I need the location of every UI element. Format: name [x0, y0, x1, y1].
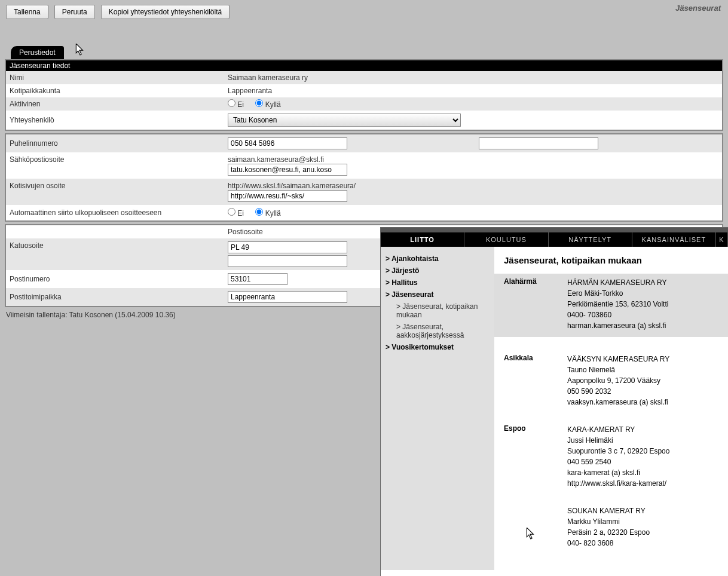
club-line: Eero Mäki-Torkko: [567, 288, 718, 299]
panel-contact: Puhelinnumero Sähköpostiosoite saimaan.k…: [5, 133, 723, 222]
radio-aktiivinen-ei[interactable]: Ei: [228, 100, 244, 109]
toolbar: Tallenna Peruuta Kopioi yhteystiedot yht…: [0, 0, 728, 22]
overlay-title: Jäsenseurat, kotipaikan mukaan: [504, 255, 718, 265]
club-name: VÄÄKSYN KAMERASEURA RY: [567, 354, 718, 364]
overlay-main: Jäsenseurat, kotipaikan mukaan AlahärmäH…: [494, 247, 728, 570]
breadcrumb: Jäsenseurat: [675, 4, 721, 13]
club-line: Suopurontie 3 c 7, 02920 Espoo: [567, 446, 718, 456]
input-katuosoite-2[interactable]: [228, 255, 347, 267]
club-line: Tauno Niemelä: [567, 364, 718, 375]
label-yhteyshenkilo: Yhteyshenkilö: [6, 115, 224, 125]
section-header: Jäsenseuran tiedot: [6, 60, 722, 71]
entry-city: [504, 505, 567, 549]
label-postinumero: Postinumero: [6, 274, 224, 284]
club-line: Perkiömäentie 153, 62310 Voltti: [567, 299, 718, 310]
cancel-button[interactable]: Peruuta: [54, 5, 95, 19]
radio-autosiirto: Ei Kyllä: [224, 207, 722, 219]
sidebar-item[interactable]: > Järjestö: [386, 265, 490, 277]
entry-details: KARA-KAMERAT RYJussi HelimäkiSuopurontie…: [567, 424, 718, 489]
panel-basic: Jäsenseuran tiedot Nimi Saimaan kamerase…: [5, 59, 723, 131]
tab-perustiedot[interactable]: Perustiedot: [11, 46, 64, 59]
radio-autosiirto-ei[interactable]: Ei: [228, 209, 244, 217]
label-katuosoite: Katuosoite: [6, 240, 224, 251]
input-puhelin[interactable]: [228, 137, 347, 149]
club-line: kara-kamerat (a) sksl.fi: [567, 467, 718, 478]
entry-details: VÄÄKSYN KAMERASEURA RYTauno NiemeläAapon…: [567, 354, 718, 408]
radio-aktiivinen: Ei Kyllä: [224, 98, 722, 110]
overlay-content: > Ajankohtaista> Järjestö> Hallitus> Jäs…: [381, 247, 728, 570]
club-line: vaaksyn.kameraseura (a) sksl.fi: [567, 397, 718, 408]
entry-city: Alahärmä: [504, 277, 567, 331]
club-entry: AlahärmäHÄRMÄN KAMERASEURA RYEero Mäki-T…: [494, 274, 728, 337]
club-line: Markku Ylilammi: [567, 516, 718, 527]
select-yhteyshenkilo[interactable]: Tatu Kosonen: [228, 114, 461, 127]
value-kotisivu-static: http://www.sksl.fi/saimaan.kameraseura/: [228, 182, 718, 190]
club-line: 040 559 2540: [567, 456, 718, 467]
entry-details: SOUKAN KAMERAT RYMarkku YlilammiPeräsin …: [567, 505, 718, 549]
blank-label: [6, 231, 224, 233]
club-line: Jussi Helimäki: [567, 435, 718, 446]
menu-liitto[interactable]: LIITTO: [381, 232, 464, 247]
label-autosiirto: Automaattinen siirto ulkopuoliseen osoit…: [6, 207, 224, 218]
menu-nayttelyt[interactable]: NÄYTTELYT: [549, 232, 632, 247]
input-katuosoite-1[interactable]: [228, 241, 347, 253]
entry-city: Espoo: [504, 424, 567, 489]
club-name: SOUKAN KAMERAT RY: [567, 505, 718, 516]
label-nimi: Nimi: [6, 72, 224, 83]
input-sahkoposti[interactable]: [228, 164, 347, 176]
radio-aktiivinen-kylla[interactable]: Kyllä: [255, 100, 280, 109]
club-name: HÄRMÄN KAMERASEURA RY: [567, 277, 718, 288]
overlay-sidebar: > Ajankohtaista> Järjestö> Hallitus> Jäs…: [381, 247, 494, 570]
club-line: Aaponpolku 9, 17200 Vääksy: [567, 375, 718, 386]
sidebar-item[interactable]: > Ajankohtaista: [386, 253, 490, 265]
club-line: harman.kameraseura (a) sksl.fi: [567, 320, 718, 331]
club-line: 050 590 2032: [567, 386, 718, 397]
overlay-window: LIITTO KOULUTUS NÄYTTELYT KANSAINVÄLISET…: [380, 227, 728, 576]
club-name: KARA-KAMERAT RY: [567, 424, 718, 435]
value-kotipaikka: Lappeenranta: [224, 85, 722, 96]
entry-city: Asikkala: [504, 354, 567, 408]
club-entry: EspooKARA-KAMERAT RYJussi HelimäkiSuopur…: [504, 424, 718, 489]
club-entry: SOUKAN KAMERAT RYMarkku YlilammiPeräsin …: [504, 505, 718, 549]
label-kotipaikka: Kotipaikkakunta: [6, 85, 224, 96]
input-postitoimipaikka[interactable]: [228, 291, 347, 303]
overlay-menu: LIITTO KOULUTUS NÄYTTELYT KANSAINVÄLISET…: [381, 232, 728, 247]
tab-strip: Perustiedot: [5, 46, 723, 59]
save-button[interactable]: Tallenna: [6, 5, 48, 19]
input-kotisivu[interactable]: [228, 190, 347, 202]
menu-kansainvaliset[interactable]: KANSAINVÄLISET: [632, 232, 716, 247]
value-nimi: Saimaan kameraseura ry: [224, 72, 722, 83]
club-line: 040- 820 3608: [567, 538, 718, 549]
club-line: Peräsin 2 a, 02320 Espoo: [567, 527, 718, 538]
label-postitoimipaikka: Postitoimipaikka: [6, 292, 224, 302]
sidebar-item[interactable]: > Vuosikertomukset: [386, 341, 490, 353]
menu-koulutus[interactable]: KOULUTUS: [464, 232, 548, 247]
entry-details: HÄRMÄN KAMERASEURA RYEero Mäki-TorkkoPer…: [567, 277, 718, 331]
sidebar-item[interactable]: > Jäsenseurat: [386, 289, 490, 301]
sidebar-item[interactable]: > Jäsenseurat, aakkosjärjestyksessä: [386, 321, 490, 341]
sidebar-item[interactable]: > Hallitus: [386, 277, 490, 289]
club-line: http://www.sksl.fi/kara-kamerat/: [567, 478, 718, 489]
input-puhelin-2[interactable]: [479, 137, 598, 149]
sidebar-item[interactable]: > Jäsenseurat, kotipaikan mukaan: [386, 301, 490, 321]
label-kotisivu: Kotisivujen osoite: [6, 180, 224, 191]
club-entry: AsikkalaVÄÄKSYN KAMERASEURA RYTauno Niem…: [504, 354, 718, 408]
label-puhelin: Puhelinnumero: [6, 138, 224, 149]
club-line: 0400- 703860: [567, 310, 718, 320]
value-sahkoposti-static: saimaan.kameraseura@sksl.fi: [228, 155, 718, 164]
input-postinumero[interactable]: [228, 273, 287, 285]
copy-contacts-button[interactable]: Kopioi yhteystiedot yhteyshenkilöltä: [101, 5, 230, 19]
label-aktiivinen: Aktiivinen: [6, 99, 224, 109]
menu-cut[interactable]: K: [716, 232, 728, 247]
overlay-topbar: [381, 228, 728, 232]
radio-autosiirto-kylla[interactable]: Kyllä: [255, 209, 280, 217]
label-sahkoposti: Sähköpostiosoite: [6, 154, 224, 165]
